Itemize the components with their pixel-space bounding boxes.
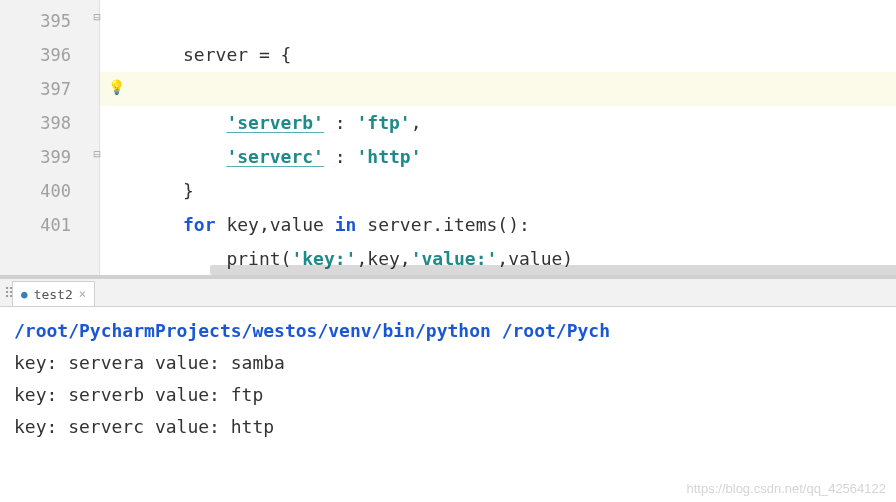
line-number[interactable]: 400 [0, 174, 99, 208]
interpreter-path: /root/PycharmProjects/westos/venv/bin/py… [14, 315, 882, 347]
console-line: key: serverc value: http [14, 411, 882, 443]
line-number[interactable]: 396 [0, 38, 99, 72]
tab-label: test2 [34, 287, 73, 302]
code-area[interactable]: server = { 'servera' : 'samba', 'serverb… [100, 0, 896, 275]
close-icon[interactable]: × [79, 287, 86, 301]
line-number[interactable]: 398 [0, 106, 99, 140]
line-number[interactable]: 397 [0, 72, 99, 106]
line-number[interactable]: 399 [0, 140, 99, 174]
line-number[interactable]: 401 [0, 208, 99, 242]
console-line: key: serverb value: ftp [14, 379, 882, 411]
horizontal-scrollbar[interactable] [210, 265, 896, 275]
scrollbar-thumb[interactable] [210, 265, 896, 275]
intention-bulb-icon[interactable]: 💡 [108, 79, 125, 95]
gutter: 395 396 397 398 399 400 401 [0, 0, 100, 275]
console-line: key: servera value: samba [14, 347, 882, 379]
tab-drag-handle-icon[interactable]: ⠿ [4, 279, 12, 306]
console-output[interactable]: /root/PycharmProjects/westos/venv/bin/py… [0, 307, 896, 451]
line-number[interactable]: 395 [0, 4, 99, 38]
code-editor: 395 396 397 398 399 400 401 ⊟ ⊟ 💡 server… [0, 0, 896, 275]
watermark-text: https://blog.csdn.net/qq_42564122 [687, 481, 887, 496]
python-file-icon: ● [21, 288, 28, 301]
tab-run-config[interactable]: ● test2 × [12, 281, 95, 306]
